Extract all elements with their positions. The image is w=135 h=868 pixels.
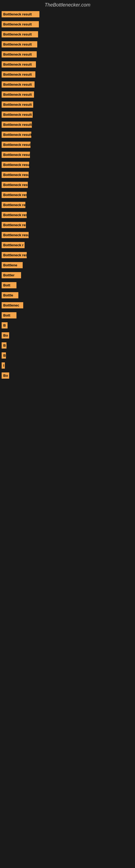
bottleneck-label-6: Bottleneck result <box>3 72 32 76</box>
bottleneck-bar-0[interactable]: Bottleneck result <box>2 11 39 18</box>
bottleneck-bar-18[interactable]: Bottleneck resu <box>2 192 27 198</box>
bottleneck-bar-33[interactable]: B <box>2 342 6 348</box>
bar-row-25: Bottlene <box>0 262 135 268</box>
bar-row-20: Bottleneck resu <box>0 212 135 218</box>
bottleneck-label-17: Bottleneck result <box>3 183 28 187</box>
bottleneck-bar-26[interactable]: Bottler <box>2 272 21 278</box>
bar-row-21: Bottleneck res <box>0 222 135 228</box>
bottleneck-bar-27[interactable]: Bott <box>2 282 16 288</box>
bottleneck-bar-31[interactable]: B <box>2 322 8 329</box>
bar-row-23: Bottleneck r <box>0 242 135 248</box>
bottleneck-bar-10[interactable]: Bottleneck result <box>2 112 33 118</box>
bottleneck-bar-20[interactable]: Bottleneck resu <box>2 212 27 218</box>
bar-row-27: Bott <box>0 282 135 288</box>
bar-row-17: Bottleneck result <box>0 182 135 188</box>
bottleneck-bar-36[interactable]: Bo <box>2 372 9 379</box>
bottleneck-label-29: Bottlenec <box>3 303 19 307</box>
bottleneck-bar-6[interactable]: Bottleneck result <box>2 71 35 78</box>
bottleneck-bar-7[interactable]: Bottleneck result <box>2 82 35 88</box>
bottleneck-label-10: Bottleneck result <box>3 113 32 117</box>
bar-row-12: Bottleneck result <box>0 131 135 138</box>
bottleneck-bar-30[interactable]: Bott <box>2 312 16 318</box>
bar-row-9: Bottleneck result <box>0 101 135 108</box>
bottleneck-label-27: Bott <box>3 283 10 287</box>
bar-row-35: I <box>0 362 135 369</box>
bar-row-13: Bottleneck result <box>0 142 135 148</box>
bar-row-1: Bottleneck result <box>0 21 135 27</box>
bottleneck-bar-22[interactable]: Bottleneck result <box>2 232 29 238</box>
bottleneck-label-1: Bottleneck result <box>3 22 32 26</box>
bottleneck-label-21: Bottleneck res <box>3 223 26 227</box>
bottleneck-label-34: B <box>3 353 6 358</box>
bottleneck-bar-3[interactable]: Bottleneck result <box>2 41 37 48</box>
bottleneck-label-11: Bottleneck result <box>3 123 32 127</box>
bar-row-28: Bottle <box>0 292 135 299</box>
bar-row-15: Bottleneck result <box>0 162 135 168</box>
bottleneck-bar-2[interactable]: Bottleneck result <box>2 31 38 37</box>
bar-row-8: Bottleneck result <box>0 91 135 98</box>
bottleneck-bar-29[interactable]: Bottlenec <box>2 302 23 308</box>
bottleneck-label-36: Bo <box>3 373 8 378</box>
bottleneck-label-5: Bottleneck result <box>3 62 32 66</box>
bar-row-7: Bottleneck result <box>0 82 135 88</box>
bottleneck-bar-35[interactable]: I <box>2 362 5 369</box>
bottleneck-label-12: Bottleneck result <box>3 133 31 137</box>
bottleneck-bar-28[interactable]: Bottle <box>2 292 18 299</box>
bar-row-5: Bottleneck result <box>0 61 135 67</box>
bottleneck-bar-5[interactable]: Bottleneck result <box>2 61 36 67</box>
bottleneck-bar-19[interactable]: Bottleneck re <box>2 202 26 208</box>
bottleneck-label-26: Bottler <box>3 273 14 277</box>
bottleneck-label-35: I <box>3 364 4 368</box>
bar-row-6: Bottleneck result <box>0 71 135 78</box>
bottleneck-label-7: Bottleneck result <box>3 83 32 87</box>
bar-row-10: Bottleneck result <box>0 112 135 118</box>
bottleneck-label-0: Bottleneck result <box>3 12 32 16</box>
bar-row-4: Bottleneck result <box>0 51 135 58</box>
bottleneck-bar-13[interactable]: Bottleneck result <box>2 142 31 148</box>
bar-row-3: Bottleneck result <box>0 41 135 48</box>
bar-row-11: Bottleneck result <box>0 122 135 128</box>
bar-row-26: Bottler <box>0 272 135 278</box>
bottleneck-label-28: Bottle <box>3 293 13 297</box>
bottleneck-label-14: Bottleneck result <box>3 153 30 157</box>
bottleneck-bar-15[interactable]: Bottleneck result <box>2 162 29 168</box>
bar-row-19: Bottleneck re <box>0 202 135 208</box>
bottleneck-label-23: Bottleneck r <box>3 243 24 247</box>
bottleneck-label-30: Bott <box>3 313 10 317</box>
bottleneck-bar-25[interactable]: Bottlene <box>2 262 23 268</box>
bottleneck-label-13: Bottleneck result <box>3 143 31 147</box>
bottleneck-label-19: Bottleneck re <box>3 203 26 207</box>
bottleneck-bar-4[interactable]: Bottleneck result <box>2 51 37 58</box>
bottleneck-bar-32[interactable]: Bo <box>2 332 9 339</box>
bottleneck-bar-1[interactable]: Bottleneck result <box>2 21 39 27</box>
bottleneck-label-24: Bottleneck resu <box>3 253 27 257</box>
bottleneck-bar-17[interactable]: Bottleneck result <box>2 182 28 188</box>
bottleneck-label-3: Bottleneck result <box>3 42 32 46</box>
bottleneck-bar-24[interactable]: Bottleneck resu <box>2 252 27 258</box>
bar-row-18: Bottleneck resu <box>0 192 135 198</box>
bottleneck-label-32: Bo <box>3 333 8 337</box>
bottleneck-label-2: Bottleneck result <box>3 32 32 36</box>
bar-row-14: Bottleneck result <box>0 152 135 158</box>
bottleneck-label-9: Bottleneck result <box>3 102 32 106</box>
bottleneck-label-22: Bottleneck result <box>3 233 29 237</box>
bottleneck-label-33: B <box>3 343 6 347</box>
bottleneck-bar-12[interactable]: Bottleneck result <box>2 131 31 138</box>
bar-row-31: B <box>0 322 135 329</box>
bottleneck-bar-9[interactable]: Bottleneck result <box>2 101 33 108</box>
bottleneck-bar-14[interactable]: Bottleneck result <box>2 152 30 158</box>
bottleneck-bar-34[interactable]: B <box>2 352 6 359</box>
bottleneck-label-18: Bottleneck resu <box>3 193 27 197</box>
bottleneck-label-31: B <box>3 323 6 328</box>
bottleneck-bar-21[interactable]: Bottleneck res <box>2 222 26 228</box>
bottleneck-label-15: Bottleneck result <box>3 163 29 167</box>
bottleneck-bar-16[interactable]: Bottleneck result <box>2 172 29 178</box>
bottleneck-label-16: Bottleneck result <box>3 173 29 177</box>
bar-row-24: Bottleneck resu <box>0 252 135 258</box>
bottleneck-bar-23[interactable]: Bottleneck r <box>2 242 25 248</box>
bottleneck-bar-8[interactable]: Bottleneck result <box>2 91 34 98</box>
bar-row-34: B <box>0 352 135 359</box>
bar-row-0: Bottleneck result <box>0 11 135 18</box>
bottleneck-bar-11[interactable]: Bottleneck result <box>2 122 32 128</box>
bottleneck-label-25: Bottlene <box>3 263 17 267</box>
